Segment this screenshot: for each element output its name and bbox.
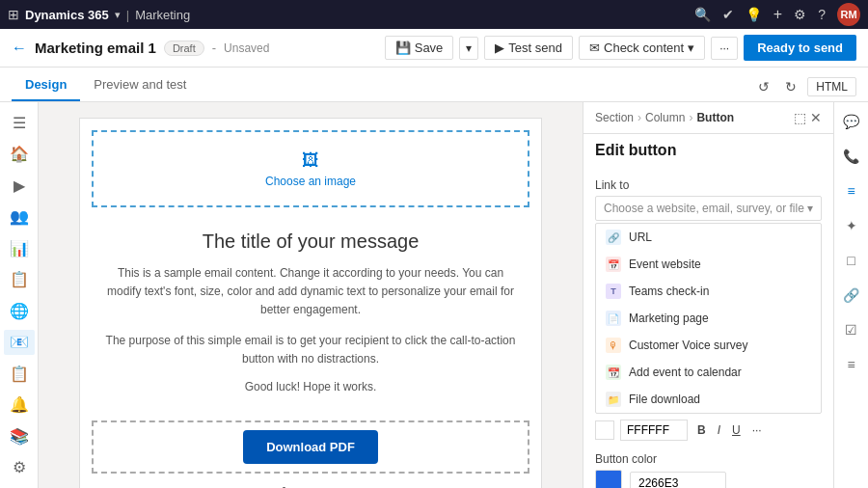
unsaved-status: Unsaved	[224, 41, 269, 55]
sidebar-icon-globe[interactable]: 🌐	[4, 298, 35, 324]
bold-button[interactable]: B	[693, 421, 710, 439]
email-title[interactable]: The title of your message	[103, 230, 518, 253]
sidebar-icon-clipboard[interactable]: 📋	[4, 267, 35, 293]
email-social: f 𝕏 ▶	[80, 474, 541, 488]
text-color-input[interactable]	[620, 420, 688, 441]
secondary-nav: ← Marketing email 1 Draft - Unsaved 💾 Sa…	[0, 29, 868, 68]
save-button[interactable]: 💾 Save	[385, 36, 454, 60]
search-icon[interactable]: 🔍	[694, 7, 711, 22]
save-icon: 💾	[395, 41, 411, 55]
breadcrumb-column[interactable]: Column	[645, 111, 685, 124]
dropdown-label-calendar: Add event to calendar	[629, 366, 742, 379]
test-send-button[interactable]: ▶ Test send	[484, 36, 573, 60]
link-placeholder: Choose a website, email, survey, or file	[604, 202, 804, 215]
help-icon[interactable]: ?	[818, 7, 826, 22]
link-to-dropdown[interactable]: Choose a website, email, survey, or file…	[595, 196, 822, 221]
strip-star-icon[interactable]: ✦	[838, 212, 865, 239]
image-placeholder[interactable]: Choose an image	[265, 175, 356, 188]
brand-chevron[interactable]: ▾	[115, 9, 121, 21]
check-content-chevron: ▾	[688, 41, 694, 55]
tab-preview[interactable]: Preview and test	[80, 69, 200, 101]
sidebar-icon-menu[interactable]: ☰	[4, 110, 35, 136]
button-color-input[interactable]	[630, 472, 726, 488]
strip-check-icon[interactable]: ☑	[838, 316, 865, 343]
sidebar-icon-analytics[interactable]: 📊	[4, 235, 35, 261]
dropdown-label-marketing: Marketing page	[629, 312, 709, 325]
panel-title: Edit button	[583, 134, 833, 163]
tab-design[interactable]: Design	[12, 69, 80, 101]
sidebar-icon-email[interactable]: 📧	[4, 330, 35, 356]
email-image-section[interactable]: 🖼 Choose an image	[92, 130, 529, 207]
sidebar-icon-list[interactable]: 📋	[4, 361, 35, 387]
right-panel: Section › Column › Button ⬚ ✕ Edit butto…	[583, 102, 833, 488]
dropdown-item-teams[interactable]: T Teams check-in	[596, 278, 821, 305]
dropdown-item-event[interactable]: 📅 Event website	[596, 251, 821, 278]
sidebar-icon-settings[interactable]: ⚙	[4, 455, 35, 481]
strip-phone-icon[interactable]: 📞	[838, 143, 865, 170]
teams-icon: T	[606, 284, 621, 299]
strip-chat-icon[interactable]: 💬	[838, 108, 865, 135]
back-button[interactable]: ←	[12, 40, 27, 57]
dropdown-item-calendar[interactable]: 📆 Add event to calendar	[596, 359, 821, 386]
dash-sep: -	[212, 41, 216, 55]
html-button[interactable]: HTML	[807, 77, 856, 96]
dropdown-item-file[interactable]: 📁 File download	[596, 386, 821, 413]
email-body-text[interactable]: This is a sample email content. Change i…	[103, 264, 518, 320]
breadcrumb-button[interactable]: Button	[696, 111, 734, 124]
more-format-button[interactable]: ···	[748, 421, 766, 439]
button-color-label: Button color	[595, 452, 822, 466]
link-dropdown-menu: 🔗 URL 📅 Event website T Teams check-in 📄…	[595, 223, 822, 414]
draft-badge: Draft	[164, 41, 204, 56]
email-cta-section: Download PDF	[92, 420, 529, 474]
module-name: Marketing	[135, 8, 190, 22]
breadcrumb-sep1: ›	[637, 111, 641, 124]
apps-icon[interactable]: ⊞	[8, 7, 19, 22]
underline-button[interactable]: U	[728, 421, 745, 439]
dropdown-label-voice: Customer Voice survey	[629, 339, 747, 352]
sidebar-icon-home[interactable]: 🏠	[4, 142, 35, 168]
link-to-label: Link to	[595, 178, 822, 192]
save-dropdown-button[interactable]: ▾	[459, 37, 478, 60]
dropdown-item-url[interactable]: 🔗 URL	[596, 224, 821, 251]
email-good-luck[interactable]: Good luck! Hope it works.	[103, 380, 518, 393]
sidebar-icon-people[interactable]: 👥	[4, 204, 35, 230]
email-title: Marketing email 1	[35, 40, 156, 56]
dropdown-item-marketing[interactable]: 📄 Marketing page	[596, 305, 821, 332]
sidebar-icon-play[interactable]: ▶	[4, 173, 35, 199]
sidebar-icon-books[interactable]: 📚	[4, 423, 35, 449]
dropdown-item-voice[interactable]: 🎙 Customer Voice survey	[596, 332, 821, 359]
button-color-row	[595, 470, 822, 488]
far-right-strip: 💬 📞 ≡ ✦ □ 🔗 ☑ ≡	[833, 102, 868, 488]
marketing-icon: 📄	[606, 311, 621, 326]
dropdown-chevron: ▾	[807, 202, 813, 215]
close-icon[interactable]: ✕	[810, 110, 822, 125]
ready-to-send-button[interactable]: Ready to send	[744, 35, 856, 61]
redo-button[interactable]: ↻	[780, 76, 801, 97]
breadcrumb-section[interactable]: Section	[595, 111, 634, 124]
settings-icon[interactable]: ⚙	[794, 7, 806, 22]
sidebar-icon-bell[interactable]: 🔔	[4, 393, 35, 419]
expand-icon[interactable]: ⬚	[794, 110, 806, 125]
undo-button[interactable]: ↺	[753, 76, 774, 97]
strip-box-icon[interactable]: □	[838, 247, 865, 274]
format-buttons: B I U ···	[693, 421, 766, 439]
strip-menu-icon[interactable]: ≡	[838, 351, 865, 378]
breadcrumb: Section › Column › Button	[595, 111, 734, 124]
email-purpose-text[interactable]: The purpose of this simple email is to g…	[103, 332, 518, 368]
check-icon[interactable]: ✔	[722, 7, 734, 22]
more-options-button[interactable]: ···	[711, 37, 738, 60]
strip-link-icon[interactable]: 🔗	[838, 282, 865, 309]
email-canvas: 🖼 Choose an image The title of your mess…	[39, 102, 583, 488]
file-icon: 📁	[606, 392, 621, 407]
avatar[interactable]: RM	[837, 3, 860, 26]
italic-button[interactable]: I	[714, 421, 724, 439]
strip-list-icon[interactable]: ≡	[838, 177, 865, 204]
email-text-section: The title of your message This is a samp…	[80, 219, 541, 420]
cta-button[interactable]: Download PDF	[243, 430, 378, 464]
panel-body: Link to Choose a website, email, survey,…	[583, 163, 833, 488]
text-color-swatch[interactable]	[595, 420, 614, 440]
lightbulb-icon[interactable]: 💡	[746, 7, 762, 22]
add-icon[interactable]: +	[773, 6, 782, 23]
button-color-swatch[interactable]	[595, 470, 622, 488]
check-content-button[interactable]: ✉ Check content ▾	[579, 36, 705, 60]
